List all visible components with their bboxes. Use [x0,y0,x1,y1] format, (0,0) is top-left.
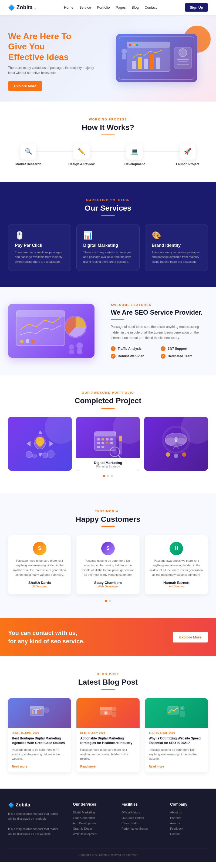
nav-service[interactable]: Service [80,5,91,9]
blog-card-2: APR, 15 APRIL, 2021 Why is Optimizing We… [145,698,208,772]
nav-contact[interactable]: Contact [145,5,157,9]
portfolio-grid: Digital Marketing Planning Strategy [8,417,208,471]
service-title-0: Pay Per Click [15,243,64,248]
portfolio-dots [8,475,208,477]
testimonials-section: TESTIMONIAL Happy Customers S Passage ne… [0,493,216,618]
svg-point-4 [136,44,138,46]
seo-description: Passage of need to be sure there isn't a… [111,324,208,341]
testimonial-text-1: Passage need to be sure there isn't anyt… [81,558,134,578]
step-label-2: Development [124,162,145,166]
blog-desc-1: Passage need to be sure there isn't anyt… [80,748,135,761]
svg-point-23 [76,342,83,349]
service-desc-1: There are many variations passages and p… [83,250,132,265]
testimonials-divider [101,526,115,527]
footer-col-title-2: Company [170,802,208,806]
svg-rect-88 [180,711,185,717]
svg-rect-19 [20,340,24,343]
svg-marker-29 [39,430,43,434]
service-title-2: Brand Identity [152,243,201,248]
footer-link-awards[interactable]: Awards [170,822,208,825]
svg-point-37 [26,451,32,458]
cta-button[interactable]: Explore More [173,632,208,643]
testimonial-name-0: Shaikh Darda [13,581,66,585]
step-icon-2: 💻 [126,144,143,160]
nav-portfolio[interactable]: Portfolio [97,5,110,9]
footer-link-lms[interactable]: LMS data course [122,816,159,819]
testimonial-dot-0[interactable] [105,600,107,602]
svg-rect-49 [106,442,109,444]
portfolio-title-1: Digital Marketing [80,461,136,465]
footer-col-title-0: Our Services [73,802,111,806]
testimonial-dot-1[interactable] [109,600,111,602]
blog-post-title-1: Actionable Digital Marketing Strategies … [80,736,135,745]
nav-blog[interactable]: Blog [132,5,139,9]
footer-link-about[interactable]: About us [170,811,208,814]
service-icon-1: 📊 [83,231,132,240]
footer-link-app-dev[interactable]: App Development [73,822,111,825]
testimonials-label: TESTIMONIAL [8,509,208,513]
svg-rect-42 [94,432,116,436]
svg-rect-20 [26,339,29,343]
svg-rect-73 [35,710,37,714]
footer-link-graphic-design[interactable]: Graphic Design [73,827,111,830]
testimonial-name-1: Stacy Chambers [81,581,134,585]
footer-link-contact[interactable]: Contact [170,832,208,836]
portfolio-section: OUR AWESOME PORTFOLIO Completed Project [0,375,216,493]
footer-col-title-1: Facilities [122,802,159,806]
svg-point-75 [44,708,49,713]
how-it-works-section: WORKING PROCESS How It Works? 🔍 Market R… [0,101,216,182]
footer-link-career[interactable]: Career Path [122,822,159,825]
nav-home[interactable]: Home [64,5,73,9]
svg-marker-32 [50,441,54,446]
footer-link-performance[interactable]: Performance Bonus [122,827,159,830]
read-more-button-2[interactable]: Read more [149,765,164,768]
portfolio-dot-0[interactable] [103,475,105,477]
brand-dot: . [34,4,36,10]
footer-link-official-history[interactable]: Official history [122,811,159,814]
portfolio-title: Completed Project [8,397,208,405]
footer: 🔷 Zobita. It is a long established fact … [0,788,216,862]
portfolio-card-2[interactable] [144,417,208,471]
seo-features: Traffic Analysis 24/7 Support Robust Web… [111,346,208,359]
brand-logo: 🔷 Zobita. [8,4,36,11]
explore-button[interactable]: Explore More [8,81,42,91]
blog-post-title-2: Why is Optimizing Website Speed Essentia… [149,736,204,745]
feature-check-0 [111,346,116,351]
portfolio-dot-2[interactable] [111,475,113,477]
svg-rect-26 [69,350,74,354]
footer-link-partners[interactable]: Partners [170,816,208,819]
blog-image-2 [145,698,208,728]
svg-rect-54 [119,436,122,441]
svg-rect-45 [106,438,109,440]
portfolio-divider [101,408,115,409]
read-more-button-0[interactable]: Read more [12,765,27,768]
svg-rect-24 [77,349,82,354]
how-it-works-title: How It Works? [8,123,208,132]
testimonial-card-1: S Passage need to be sure there isn't an… [76,535,139,594]
footer-brand: 🔷 Zobita. It is a long established fact … [8,802,62,838]
footer-top: 🔷 Zobita. It is a long established fact … [8,802,208,838]
blog-post-title-0: Best Boutique Digital Marketing Agencies… [12,736,67,745]
portfolio-card-0[interactable] [8,417,72,471]
portfolio-dot-1[interactable] [107,475,109,477]
nav-pages[interactable]: Pages [116,5,126,9]
copyright-text: Copyright © All Rights Reserved by alter… [79,853,137,857]
portfolio-label-1: Digital Marketing Planning Strategy [76,458,140,471]
signup-button[interactable]: Sign Up [185,3,208,11]
svg-point-36 [34,435,46,447]
svg-rect-81 [112,712,116,717]
service-title-1: Digital Marketing [83,243,132,248]
blog-date-1: DEC, 11 JULY, 2021 [80,732,135,735]
blog-image-1 [76,698,139,728]
footer-link-digital-marketing[interactable]: Digital Marketing [73,811,111,814]
footer-brand-name: Zobita. [16,802,32,808]
svg-point-83 [168,712,170,713]
section-divider [101,134,115,135]
footer-link-feedback[interactable]: Feedback [170,827,208,830]
footer-link-lead-gen[interactable]: Lead Generation [73,816,111,819]
footer-logo-icon: 🔷 [8,802,14,808]
read-more-button-1[interactable]: Read more [80,765,96,768]
portfolio-card-1[interactable]: Digital Marketing Planning Strategy [76,417,140,471]
portfolio-subtitle-1: Planning Strategy [80,465,136,468]
footer-link-web-dev[interactable]: Web Development [73,832,111,836]
